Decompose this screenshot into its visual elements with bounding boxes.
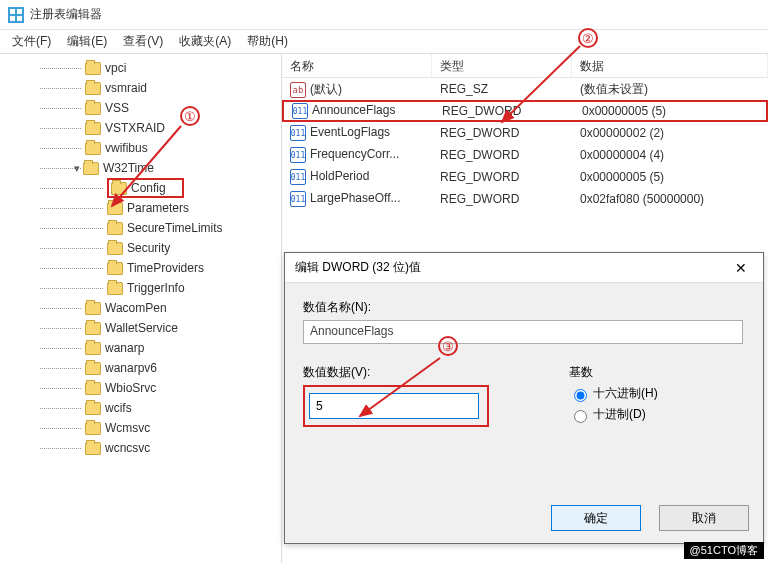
string-icon: ab <box>290 82 306 98</box>
tree-item[interactable]: wanarpv6 <box>0 358 281 378</box>
tree-label: vwifibus <box>105 141 148 155</box>
dialog-buttons: 确定 取消 <box>551 505 749 531</box>
radio-dec[interactable]: 十进制(D) <box>569 406 658 423</box>
menu-edit[interactable]: 编辑(E) <box>59 31 115 52</box>
cell-data: 0x00000005 (5) <box>574 102 766 120</box>
tree-item[interactable]: vpci <box>0 58 281 78</box>
tree-item[interactable]: WbioSrvc <box>0 378 281 398</box>
annotation-2: ② <box>578 28 598 48</box>
cell-name: 011FrequencyCorr... <box>282 145 432 166</box>
radio-hex-input[interactable] <box>574 389 587 402</box>
tree-item[interactable]: TriggerInfo <box>0 278 281 298</box>
tree-label: vpci <box>105 61 126 75</box>
window-title: 注册表编辑器 <box>30 6 102 23</box>
tree-label: Security <box>127 241 170 255</box>
col-name[interactable]: 名称 <box>282 54 432 77</box>
tree-label: vsmraid <box>105 81 147 95</box>
radio-hex[interactable]: 十六进制(H) <box>569 385 658 402</box>
folder-icon <box>83 162 99 175</box>
dword-icon: 011 <box>290 147 306 163</box>
cell-type: REG_SZ <box>432 80 572 98</box>
cell-data: 0x02faf080 (50000000) <box>572 190 768 208</box>
dword-icon: 011 <box>290 125 306 141</box>
cell-name: 011LargePhaseOff... <box>282 189 432 210</box>
tree-item[interactable]: VSS <box>0 98 281 118</box>
cell-name: 011HoldPeriod <box>282 167 432 188</box>
tree-item[interactable]: wcifs <box>0 398 281 418</box>
tree-label: WalletService <box>105 321 178 335</box>
tree-label: wanarpv6 <box>105 361 157 375</box>
list-row[interactable]: ab(默认)REG_SZ(数值未设置) <box>282 78 768 100</box>
value-data-input[interactable] <box>309 393 479 419</box>
menu-file[interactable]: 文件(F) <box>4 31 59 52</box>
base-label: 基数 <box>569 364 658 381</box>
folder-icon <box>85 302 101 315</box>
col-type[interactable]: 类型 <box>432 54 572 77</box>
app-icon <box>8 7 24 23</box>
list-header: 名称 类型 数据 <box>282 54 768 78</box>
cell-data: (数值未设置) <box>572 79 768 100</box>
tree-label: VSS <box>105 101 129 115</box>
list-row[interactable]: 011EventLogFlagsREG_DWORD0x00000002 (2) <box>282 122 768 144</box>
registry-tree[interactable]: vpcivsmraidVSSVSTXRAIDvwifibus▾W32TimeCo… <box>0 54 282 563</box>
folder-icon <box>107 282 123 295</box>
cancel-button[interactable]: 取消 <box>659 505 749 531</box>
tree-label: Config <box>131 181 166 195</box>
menu-help[interactable]: 帮助(H) <box>239 31 296 52</box>
tree-item[interactable]: WacomPen <box>0 298 281 318</box>
tree-item[interactable]: Wcmsvc <box>0 418 281 438</box>
folder-icon <box>107 242 123 255</box>
tree-item[interactable]: vwifibus <box>0 138 281 158</box>
tree-label: wanarp <box>105 341 144 355</box>
close-icon[interactable]: ✕ <box>729 260 753 276</box>
value-data-label: 数值数据(V): <box>303 364 489 381</box>
list-body: ab(默认)REG_SZ(数值未设置)011AnnounceFlagsREG_D… <box>282 78 768 210</box>
folder-icon <box>85 362 101 375</box>
tree-label: TriggerInfo <box>127 281 185 295</box>
cell-data: 0x00000004 (4) <box>572 146 768 164</box>
menu-favorites[interactable]: 收藏夹(A) <box>171 31 239 52</box>
col-data[interactable]: 数据 <box>572 54 768 77</box>
cell-type: REG_DWORD <box>432 190 572 208</box>
menu-view[interactable]: 查看(V) <box>115 31 171 52</box>
tree-item[interactable]: wanarp <box>0 338 281 358</box>
folder-icon <box>85 342 101 355</box>
dword-icon: 011 <box>290 191 306 207</box>
tree-item[interactable]: VSTXRAID <box>0 118 281 138</box>
folder-icon <box>107 222 123 235</box>
list-row[interactable]: 011HoldPeriodREG_DWORD0x00000005 (5) <box>282 166 768 188</box>
tree-label: SecureTimeLimits <box>127 221 223 235</box>
folder-icon <box>85 402 101 415</box>
tree-item[interactable]: Config <box>0 178 281 198</box>
folder-icon <box>107 202 123 215</box>
cell-type: REG_DWORD <box>434 102 574 120</box>
cell-name: ab(默认) <box>282 79 432 100</box>
folder-icon <box>85 382 101 395</box>
dialog-title-text: 编辑 DWORD (32 位)值 <box>295 259 421 276</box>
tree-item[interactable]: WalletService <box>0 318 281 338</box>
dword-icon: 011 <box>290 169 306 185</box>
svg-rect-2 <box>17 9 22 14</box>
ok-button[interactable]: 确定 <box>551 505 641 531</box>
tree-item[interactable]: TimeProviders <box>0 258 281 278</box>
cell-type: REG_DWORD <box>432 146 572 164</box>
list-row[interactable]: 011AnnounceFlagsREG_DWORD0x00000005 (5) <box>282 100 768 122</box>
tree-item[interactable]: Security <box>0 238 281 258</box>
folder-icon <box>111 182 127 195</box>
tree-item[interactable]: SecureTimeLimits <box>0 218 281 238</box>
folder-icon <box>85 322 101 335</box>
tree-item[interactable]: wcncsvc <box>0 438 281 458</box>
tree-label: W32Time <box>103 161 154 175</box>
tree-item[interactable]: ▾W32Time <box>0 158 281 178</box>
annotation-3: ③ <box>438 336 458 356</box>
list-row[interactable]: 011FrequencyCorr...REG_DWORD0x00000004 (… <box>282 144 768 166</box>
radio-dec-input[interactable] <box>574 410 587 423</box>
folder-icon <box>85 122 101 135</box>
tree-item[interactable]: Parameters <box>0 198 281 218</box>
svg-rect-4 <box>17 16 22 21</box>
tree-label: Wcmsvc <box>105 421 150 435</box>
tree-item[interactable]: vsmraid <box>0 78 281 98</box>
tree-label: wcncsvc <box>105 441 150 455</box>
tree-label: TimeProviders <box>127 261 204 275</box>
list-row[interactable]: 011LargePhaseOff...REG_DWORD0x02faf080 (… <box>282 188 768 210</box>
